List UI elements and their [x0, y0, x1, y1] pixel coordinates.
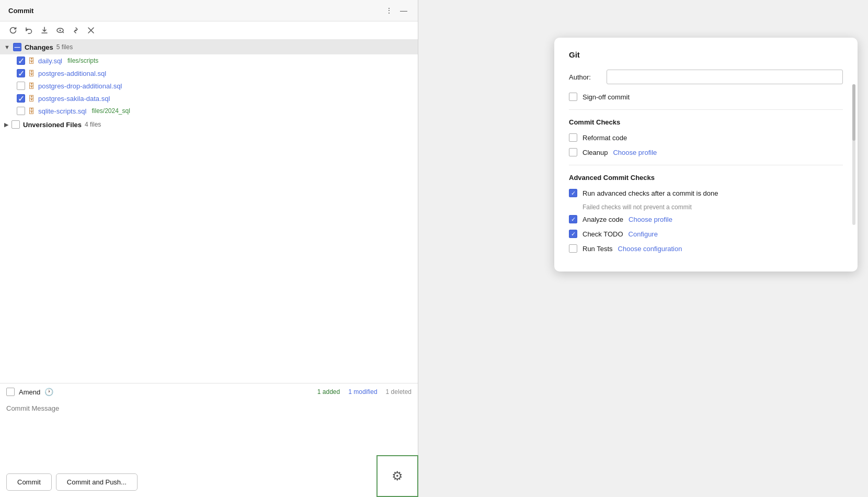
- unversioned-chevron-icon: ▶: [4, 121, 8, 128]
- db-icon-sqlite: 🗄: [28, 107, 35, 115]
- failed-checks-note: Failed checks will not prevent a commit: [583, 204, 843, 211]
- file-item-postgres-sakila[interactable]: ✓ 🗄 postgres-sakila-data.sql: [0, 92, 418, 105]
- sign-off-checkbox[interactable]: [569, 93, 577, 101]
- file-item-postgres-drop[interactable]: 🗄 postgres-drop-additional.sql: [0, 80, 418, 92]
- author-input[interactable]: [607, 70, 843, 84]
- download-icon: [40, 26, 49, 35]
- configure-link[interactable]: Configure: [629, 230, 658, 238]
- commit-message-input[interactable]: [6, 400, 412, 463]
- check-todo-label: Check TODO: [583, 230, 623, 238]
- analyze-code-checkbox[interactable]: ✓: [569, 215, 577, 223]
- file-item-sqlite[interactable]: 🗄 sqlite-scripts.sql files/2024_sql: [0, 105, 418, 117]
- gear-icon: ⚙: [392, 469, 403, 483]
- settings-gear-button[interactable]: ⚙: [376, 455, 418, 497]
- file-item-postgres-additional[interactable]: ✓ 🗄 postgres-additional.sql: [0, 67, 418, 80]
- cleanup-choose-profile-link[interactable]: Choose profile: [613, 149, 657, 156]
- run-tests-checkbox[interactable]: [569, 244, 577, 253]
- refresh-button[interactable]: [6, 25, 20, 36]
- popup-scrollbar-thumb: [852, 84, 855, 140]
- file-name-sqlite: sqlite-scripts.sql: [38, 107, 86, 115]
- minimize-button[interactable]: —: [398, 5, 409, 16]
- advanced-checks-title: Advanced Commit Checks: [569, 174, 843, 182]
- amend-left: Amend 🕐: [6, 388, 53, 396]
- unversioned-checkbox[interactable]: [12, 120, 20, 129]
- analyze-choose-profile-link[interactable]: Choose profile: [629, 216, 672, 223]
- eye-icon: [56, 26, 64, 35]
- changes-section-header[interactable]: ▼ — Changes 5 files: [0, 40, 418, 54]
- download-button[interactable]: [38, 25, 51, 36]
- amend-checkbox[interactable]: [6, 388, 15, 396]
- file-checkbox-sqlite[interactable]: [17, 107, 25, 115]
- toolbar: [0, 21, 418, 40]
- changes-count: 5 files: [56, 43, 73, 51]
- amend-row: Amend 🕐 1 added 1 modified 1 deleted: [6, 388, 412, 396]
- analyze-code-label: Analyze code: [583, 216, 623, 223]
- file-checkbox-postgres-additional[interactable]: ✓: [17, 69, 25, 77]
- header-actions: ⋮ —: [383, 5, 409, 16]
- file-checkbox-postgres-drop[interactable]: [17, 82, 25, 90]
- panel-header: Commit ⋮ —: [0, 0, 418, 21]
- file-name-postgres-drop: postgres-drop-additional.sql: [38, 82, 122, 90]
- clock-icon: 🕐: [44, 388, 53, 396]
- file-tree: ▼ — Changes 5 files ✓ 🗄 daily.sql files/…: [0, 40, 418, 383]
- run-advanced-checkbox[interactable]: ✓: [569, 189, 577, 197]
- commit-button[interactable]: Commit: [6, 473, 52, 491]
- file-path-daily: files/scripts: [67, 57, 98, 64]
- popup-scrollbar[interactable]: [852, 84, 855, 224]
- cleanup-checkbox[interactable]: [569, 148, 577, 156]
- run-advanced-label: Run advanced checks after a commit is do…: [583, 189, 718, 197]
- cleanup-label: Cleanup: [583, 149, 608, 156]
- db-icon-postgres-additional: 🗄: [28, 70, 35, 77]
- run-advanced-row: ✓ Run advanced checks after a commit is …: [569, 189, 843, 197]
- git-popup-title: Git: [569, 50, 843, 59]
- divider-1: [569, 109, 843, 110]
- divider-2: [569, 165, 843, 165]
- check-todo-checkbox[interactable]: ✓: [569, 230, 577, 238]
- file-path-sqlite: files/2024_sql: [92, 107, 130, 115]
- unversioned-label: Unversioned Files: [23, 121, 82, 129]
- choose-configuration-link[interactable]: Choose configuration: [618, 245, 682, 253]
- file-name-postgres-additional: postgres-additional.sql: [38, 70, 106, 77]
- check-todo-row: ✓ Check TODO Configure: [569, 230, 843, 238]
- undo-icon: [25, 26, 33, 35]
- stat-added: 1 added: [317, 388, 340, 396]
- stat-deleted: 1 deleted: [386, 388, 412, 396]
- file-item-daily[interactable]: ✓ 🗄 daily.sql files/scripts: [0, 54, 418, 67]
- sign-off-label: Sign-off commit: [583, 93, 630, 101]
- unversioned-section-header[interactable]: ▶ Unversioned Files 4 files: [0, 117, 418, 132]
- file-name-postgres-sakila: postgres-sakila-data.sql: [38, 95, 110, 103]
- stat-modified: 1 modified: [348, 388, 377, 396]
- stats-row: 1 added 1 modified 1 deleted: [317, 388, 412, 396]
- git-settings-popup: Git Author: Sign-off commit Commit Check…: [554, 38, 858, 272]
- db-icon-postgres-sakila: 🗄: [28, 95, 35, 103]
- close-files-button[interactable]: [85, 25, 97, 36]
- analyze-code-row: ✓ Analyze code Choose profile: [569, 215, 843, 223]
- file-checkbox-daily[interactable]: ✓: [17, 57, 25, 65]
- eye-button[interactable]: [53, 25, 67, 36]
- close-icon: [87, 27, 95, 34]
- commit-checks-title: Commit Checks: [569, 118, 843, 126]
- file-name-daily: daily.sql: [38, 57, 62, 65]
- sort-button[interactable]: [69, 25, 83, 36]
- panel-title: Commit: [8, 7, 33, 15]
- author-label: Author:: [569, 73, 600, 81]
- commit-buttons-row: Commit Commit and Push...: [0, 469, 418, 497]
- undo-button[interactable]: [22, 25, 36, 36]
- run-tests-row: Run Tests Choose configuration: [569, 244, 843, 253]
- reformat-row: Reformat code: [569, 133, 843, 142]
- more-options-button[interactable]: ⋮: [383, 5, 395, 16]
- commit-panel: Commit ⋮ —: [0, 0, 418, 497]
- author-row: Author:: [569, 70, 843, 84]
- sort-icon: [72, 26, 80, 35]
- amend-label: Amend: [19, 388, 40, 396]
- refresh-icon: [9, 26, 17, 35]
- file-checkbox-postgres-sakila[interactable]: ✓: [17, 94, 25, 103]
- run-tests-label: Run Tests: [583, 245, 613, 253]
- svg-point-1: [60, 30, 61, 31]
- cleanup-row: Cleanup Choose profile: [569, 148, 843, 156]
- db-icon-postgres-drop: 🗄: [28, 82, 35, 90]
- commit-and-push-button[interactable]: Commit and Push...: [56, 473, 138, 491]
- reformat-label: Reformat code: [583, 134, 627, 142]
- changes-partial-checkbox[interactable]: —: [13, 43, 21, 51]
- reformat-checkbox[interactable]: [569, 133, 577, 142]
